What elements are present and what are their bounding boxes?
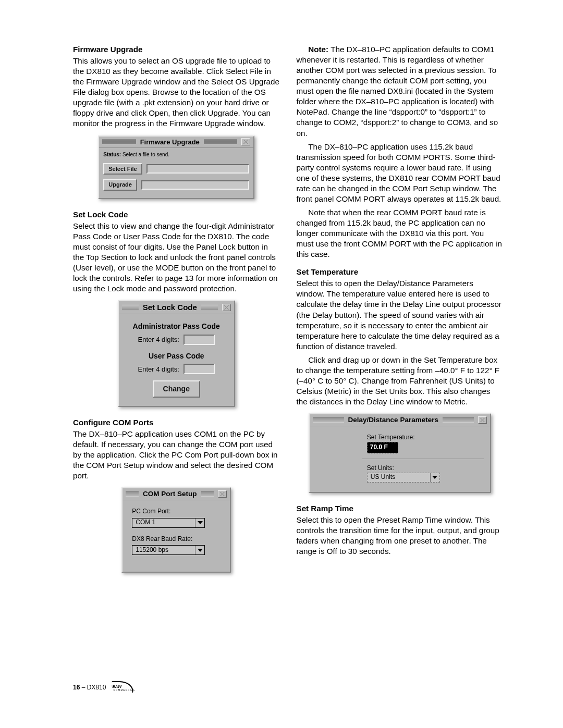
figure-firmware-window: Firmware Upgrade Status: Select a file t… — [73, 135, 280, 199]
heading-firmware: Firmware Upgrade — [73, 44, 280, 55]
para: Note that when the rear COMM PORT baud r… — [297, 207, 504, 260]
window-title: Set Lock Code — [143, 302, 197, 313]
para: Select this to open the Delay/Distance P… — [297, 278, 504, 351]
admin-pass-input[interactable] — [183, 335, 215, 345]
upgrade-button[interactable]: Upgrade — [103, 179, 137, 191]
window-title: Firmware Upgrade — [140, 138, 200, 146]
titlebar-lines-icon — [201, 491, 214, 497]
section-set-ramp: Set Ramp Time Select this to open the Pr… — [297, 503, 504, 557]
para: Select this to view and change the four-… — [73, 221, 280, 294]
titlebar-lines-icon — [126, 491, 139, 497]
heading-lock: Set Lock Code — [73, 209, 280, 220]
window-titlebar: Firmware Upgrade — [99, 137, 253, 148]
dropdown-value: US Units — [371, 473, 430, 482]
user-pass-title: User Pass Code — [126, 351, 227, 361]
set-units-dropdown[interactable]: US Units — [367, 473, 440, 483]
section-note: Note: The DX–810–PC application defaults… — [297, 44, 504, 260]
set-temperature-input[interactable]: 70.0 F — [367, 442, 398, 453]
note-label: Note: — [308, 45, 331, 54]
heading-com: Configure COM Ports — [73, 417, 280, 428]
brand-logo-icon: EAW COMMERCIAL — [111, 681, 133, 694]
status-text: Select a file to send. — [123, 152, 169, 157]
window-title: Delay/Distance Parameters — [348, 415, 438, 425]
para: The DX–810–PC application uses COM1 on t… — [73, 429, 280, 481]
select-file-button[interactable]: Select File — [103, 163, 142, 175]
close-icon[interactable] — [218, 490, 227, 498]
change-button[interactable]: Change — [153, 380, 200, 397]
window-title: COM Port Setup — [143, 489, 197, 499]
para: Click and drag up or down in the Set Tem… — [297, 355, 504, 407]
com-port-setup-window: COM Port Setup PC Com Port: COM 1 DX8 Re… — [121, 487, 231, 573]
chevron-down-icon — [195, 546, 204, 554]
figure-delay-window: Delay/Distance Parameters Set Temperatur… — [297, 413, 504, 492]
user-pass-input[interactable] — [183, 364, 215, 374]
chevron-down-icon — [430, 473, 439, 482]
progress-bar — [141, 180, 249, 190]
titlebar-lines-icon — [313, 417, 344, 423]
baud-rate-dropdown[interactable]: 115200 bps — [132, 545, 205, 555]
firmware-upgrade-window: Firmware Upgrade Status: Select a file t… — [98, 135, 254, 199]
titlebar-lines-icon — [443, 417, 474, 423]
status-label: Status: — [103, 152, 121, 157]
admin-pass-label: Enter 4 digits: — [138, 335, 180, 344]
section-configure-com: Configure COM Ports The DX–810–PC applic… — [73, 417, 280, 573]
file-path-field[interactable] — [146, 164, 250, 174]
page-number: 16 – DX810 — [73, 684, 106, 691]
para: This allows you to select an OS upgrade … — [73, 56, 280, 129]
titlebar-lines-icon — [201, 305, 218, 310]
user-pass-label: Enter 4 digits: — [138, 365, 180, 374]
set-lock-code-window: Set Lock Code Administrator Pass Code En… — [118, 300, 235, 406]
pc-com-port-label: PC Com Port: — [132, 508, 221, 516]
section-set-lock-code: Set Lock Code Select this to view and ch… — [73, 209, 280, 407]
chevron-down-icon — [195, 519, 204, 527]
section-firmware-upgrade: Firmware Upgrade This allows you to sele… — [73, 44, 280, 199]
set-units-label: Set Units: — [367, 464, 479, 473]
baud-rate-label: DX8 Rear Baud Rate: — [132, 535, 221, 544]
heading-ramp: Set Ramp Time — [297, 503, 504, 514]
divider — [362, 459, 484, 459]
window-titlebar: Delay/Distance Parameters — [310, 414, 490, 426]
admin-pass-title: Administrator Pass Code — [126, 322, 227, 331]
close-icon[interactable] — [478, 416, 487, 424]
close-icon[interactable] — [222, 304, 231, 311]
titlebar-lines-icon — [102, 139, 136, 144]
close-icon[interactable] — [241, 138, 250, 145]
titlebar-lines-icon — [122, 305, 139, 310]
window-titlebar: Set Lock Code — [119, 301, 234, 314]
note-text: The DX–810–PC application defaults to CO… — [297, 45, 498, 138]
window-titlebar: COM Port Setup — [123, 488, 230, 500]
status-row: Status: Select a file to send. — [103, 151, 249, 158]
figure-lock-window: Set Lock Code Administrator Pass Code En… — [73, 300, 280, 406]
para: Note: The DX–810–PC application defaults… — [297, 44, 504, 139]
delay-distance-window: Delay/Distance Parameters Set Temperatur… — [309, 413, 491, 492]
set-temperature-label: Set Temperature: — [367, 434, 479, 442]
titlebar-lines-icon — [204, 139, 237, 144]
pc-com-port-dropdown[interactable]: COM 1 — [132, 518, 205, 528]
page-footer: 16 – DX810 EAW COMMERCIAL — [73, 681, 133, 694]
heading-temp: Set Temperature — [297, 267, 504, 277]
figure-com-window: COM Port Setup PC Com Port: COM 1 DX8 Re… — [73, 487, 280, 573]
section-set-temperature: Set Temperature Select this to open the … — [297, 267, 504, 492]
para: The DX–810–PC application uses 115.2k ba… — [297, 142, 504, 204]
dropdown-value: COM 1 — [136, 519, 195, 527]
para: Select this to open the Preset Ramp Time… — [297, 515, 504, 557]
dropdown-value: 115200 bps — [136, 546, 195, 554]
